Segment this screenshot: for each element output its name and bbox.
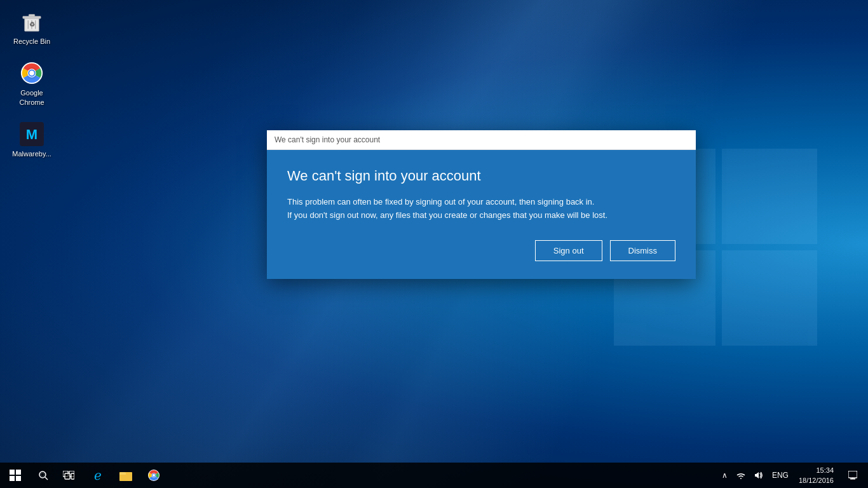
- svg-point-23: [39, 471, 46, 478]
- search-icon: [38, 470, 48, 480]
- dismiss-button[interactable]: Dismiss: [610, 240, 676, 261]
- dialog-body: We can't sign into your account This pro…: [267, 150, 696, 279]
- dialog-body-line1: This problem can often be fixed by signi…: [287, 197, 594, 207]
- tray-volume-button[interactable]: [750, 463, 767, 488]
- desktop-icons-area: ♻ Recycle Bin: [6, 6, 57, 161]
- taskbar: ℯ: [0, 463, 868, 488]
- dialog-buttons: Sign out Dismiss: [287, 240, 675, 261]
- tray-expand-icon: ∧: [722, 471, 728, 480]
- dialog-body-text: This problem can often be fixed by signi…: [287, 196, 675, 222]
- tray-language-button[interactable]: ENG: [768, 463, 792, 488]
- tray-network-button[interactable]: [733, 463, 749, 488]
- taskbar-pinned-apps: ℯ: [84, 463, 168, 488]
- svg-rect-28: [65, 473, 70, 479]
- svg-point-35: [153, 474, 155, 477]
- svg-text:M: M: [26, 126, 37, 142]
- svg-line-25: [45, 477, 48, 480]
- svg-rect-22: [16, 476, 21, 481]
- svg-point-24: [41, 473, 44, 477]
- taskbar-app-chrome[interactable]: [140, 463, 168, 488]
- desktop: ♻ Recycle Bin: [0, 0, 868, 488]
- svg-rect-19: [10, 470, 15, 475]
- svg-point-15: [29, 71, 34, 76]
- svg-rect-29: [71, 473, 74, 479]
- recycle-bin-label: Recycle Bin: [13, 37, 50, 46]
- svg-rect-37: [848, 471, 857, 478]
- dialog-titlebar-text: We can't sign into your account: [275, 135, 380, 144]
- action-center-button[interactable]: [840, 463, 865, 488]
- start-icon: [10, 470, 21, 481]
- language-label: ENG: [772, 471, 789, 480]
- svg-rect-7: [29, 15, 35, 17]
- desktop-icon-google-chrome[interactable]: Google Chrome: [6, 58, 57, 109]
- cortana-button[interactable]: [31, 463, 56, 488]
- chrome-taskbar-icon: [147, 469, 160, 482]
- volume-icon: [754, 471, 763, 480]
- malwarebytes-icon: M: [19, 121, 44, 147]
- svg-marker-3: [722, 250, 817, 346]
- clock-date: 18/12/2016: [799, 475, 834, 486]
- taskbar-tray: ∧ ENG 15:34 18: [718, 463, 868, 488]
- cant-sign-in-dialog: We can't sign into your account We can't…: [267, 130, 696, 279]
- svg-text:♻: ♻: [29, 21, 35, 28]
- svg-rect-21: [10, 476, 15, 481]
- task-view-button[interactable]: [56, 463, 81, 488]
- malwarebytes-label: Malwareby...: [12, 149, 51, 158]
- task-view-icon: [63, 471, 74, 480]
- tray-expand-button[interactable]: ∧: [718, 463, 731, 488]
- chrome-label: Google Chrome: [9, 88, 55, 107]
- clock-time: 15:34: [816, 465, 834, 476]
- taskbar-app-explorer[interactable]: [112, 463, 140, 488]
- sign-out-button[interactable]: Sign out: [535, 240, 602, 261]
- svg-marker-36: [755, 472, 759, 478]
- edge-icon: ℯ: [94, 468, 102, 483]
- network-icon: [736, 471, 745, 480]
- svg-rect-20: [16, 470, 21, 475]
- action-center-icon: [848, 471, 857, 480]
- dialog-titlebar: We can't sign into your account: [267, 130, 696, 150]
- desktop-icon-malwarebytes[interactable]: M Malwareby...: [6, 119, 57, 161]
- start-button[interactable]: [0, 463, 31, 488]
- dialog-title: We can't sign into your account: [287, 168, 675, 184]
- taskbar-clock[interactable]: 15:34 18/12/2016: [794, 463, 839, 488]
- dialog-body-line2: If you don't sign out now, any files tha…: [287, 210, 607, 220]
- svg-rect-39: [852, 478, 853, 479]
- taskbar-app-edge[interactable]: ℯ: [84, 463, 112, 488]
- desktop-icon-recycle-bin[interactable]: ♻ Recycle Bin: [6, 6, 57, 48]
- chrome-icon: [19, 60, 44, 86]
- explorer-icon: [119, 470, 132, 481]
- svg-marker-1: [722, 149, 817, 244]
- recycle-bin-icon: ♻: [19, 9, 44, 34]
